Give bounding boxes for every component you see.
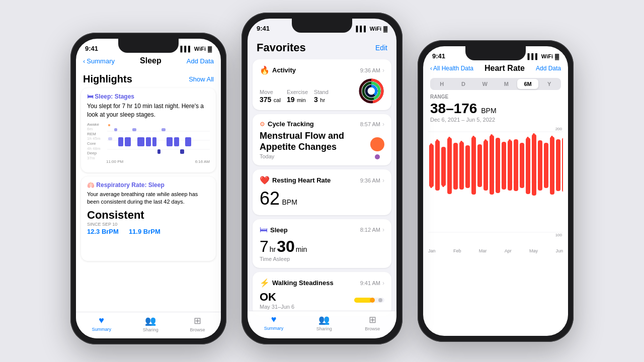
sleep-stages-card[interactable]: 🛏 Sleep: Stages You slept for 7 hr 10 mi… (81, 88, 216, 172)
walking-card[interactable]: ⚡ Walking Steadiness 9:41 AM › OK May 31… (253, 272, 391, 316)
svg-rect-38 (447, 138, 452, 194)
svg-point-64 (551, 136, 553, 138)
svg-point-37 (442, 185, 444, 187)
activity-rings (358, 78, 384, 104)
svg-rect-31 (429, 144, 434, 187)
cycle-title-row: ⚙ Cycle Tracking (260, 120, 314, 128)
phone-hr-screen: 9:41 ▌▌▌ WiFi ▓ ‹ All Health Data Heart … (423, 46, 568, 336)
wifi-icon: WiFi (194, 46, 206, 52)
stand-stat: Stand 3 hr (314, 89, 329, 104)
tab-summary-2[interactable]: ♥ Summary (264, 314, 284, 331)
tab-sharing-1[interactable]: 👥 Sharing (143, 315, 158, 332)
svg-rect-49 (490, 135, 494, 195)
cycle-main-text-1: Menstrual Flow and (260, 131, 344, 142)
hr-chart: 200 100 (428, 127, 563, 247)
move-val: 375 cal (260, 95, 281, 104)
svg-rect-4 (114, 128, 117, 131)
tab-D[interactable]: D (453, 79, 474, 89)
notch-3 (465, 46, 526, 60)
exercise-unit: min (297, 97, 306, 103)
hr-nav-back[interactable]: ‹ All Health Data (430, 65, 473, 72)
resp-val-1: 12.3 BrPM (87, 228, 119, 235)
walking-progress-container (354, 295, 384, 306)
cycle-content: Menstrual Flow and Appetite Changes Toda… (260, 131, 384, 159)
x-label-jan: Jan (428, 248, 436, 253)
heart-icon-fav: ❤️ (260, 175, 270, 185)
cycle-sub-text: Today (260, 153, 344, 159)
svg-point-48 (485, 139, 487, 141)
heart-icon-tab: ♥ (99, 315, 104, 326)
sleep-chart-svg (107, 122, 210, 158)
y-label-200: 200 (555, 127, 562, 131)
lungs-icon: 🫁 (87, 182, 96, 189)
svg-point-54 (509, 139, 511, 141)
tab-browse-1[interactable]: ⊞ Browse (190, 315, 205, 332)
svg-point-60 (533, 133, 535, 135)
sleep-fav-label: Sleep (270, 226, 288, 234)
hr-add-data[interactable]: Add Data (536, 65, 561, 72)
chevron-right-sleep: › (382, 226, 384, 233)
signal-icon-2: ▌▌▌ (356, 26, 367, 32)
hr-chart-svg (428, 127, 563, 237)
tab-Y[interactable]: Y (538, 79, 560, 89)
heart-rate-card[interactable]: ❤️ Resting Heart Rate 9:36 AM › 62 BPM (253, 169, 391, 215)
signal-icon-3: ▌▌▌ (527, 53, 539, 59)
svg-point-42 (460, 141, 462, 143)
sleep-fav-header: 🛏 Sleep 8:12 AM › (260, 225, 384, 234)
sleep-fav-time: 8:12 AM (360, 227, 380, 233)
tab-W[interactable]: W (474, 79, 496, 89)
walking-content: OK May 31–Jun 6 (260, 291, 384, 310)
sleep-hr-unit: hr (270, 245, 276, 253)
tab-browse-label-1: Browse (190, 327, 205, 332)
svg-rect-8 (137, 137, 144, 146)
sleep-time-end: 6:16 AM (195, 159, 210, 164)
svg-rect-25 (354, 298, 372, 303)
show-all-button[interactable]: Show All (189, 75, 214, 83)
date-range: Dec 6, 2021 – Jun 5, 2022 (430, 117, 561, 123)
tab-sharing-2[interactable]: 👥 Sharing (316, 314, 332, 331)
signal-icon: ▌▌▌ (180, 46, 192, 52)
exercise-label: Exercise (287, 89, 308, 95)
walking-label: Walking Steadiness (272, 279, 334, 287)
wifi-icon-2: WiFi (370, 26, 381, 32)
activity-content: Move 375 cal Exercise 19 min (260, 78, 384, 104)
respiratory-card[interactable]: 🫁 Respiratory Rate: Sleep Your average b… (81, 176, 216, 261)
awake-label: Awake6m (87, 122, 101, 132)
bed-icon: 🛏 (87, 93, 95, 100)
resp-val-2: 11.9 BrPM (129, 228, 160, 235)
sleep-min-unit: min (296, 245, 307, 253)
edit-button[interactable]: Edit (375, 44, 387, 52)
activity-label: Activity (272, 66, 296, 74)
chevron-right-hr: › (382, 177, 384, 184)
activity-title-row: 🔥 Activity (260, 65, 296, 75)
add-data-button-1[interactable]: Add Data (187, 57, 214, 65)
svg-point-33 (430, 186, 432, 188)
sleep-icon-fav: 🛏 (260, 225, 268, 234)
svg-point-39 (448, 137, 450, 139)
phone-favorites-screen: 9:41 ▌▌▌ WiFi ▓ Favorites Edit 🔥 Activit… (248, 19, 396, 338)
tab-summary-1[interactable]: ♥ Summary (92, 315, 111, 332)
tab-M[interactable]: M (496, 79, 517, 89)
svg-rect-6 (125, 137, 131, 146)
chevron-left-hr: ‹ (430, 65, 432, 72)
tab-browse-2[interactable]: ⊞ Browse (365, 314, 380, 331)
cycle-tracking-card[interactable]: ⚙ Cycle Tracking 8:57 AM › Menstrual Flo… (253, 114, 391, 165)
activity-card[interactable]: 🔥 Activity 9:36 AM › Move 375 cal (253, 59, 391, 110)
status-time-3: 9:41 (432, 52, 445, 60)
nav-back-1[interactable]: ‹ Summary (83, 57, 115, 65)
svg-rect-57 (526, 138, 530, 194)
tab-bar-1: ♥ Summary 👥 Sharing ⊞ Browse (76, 312, 221, 338)
sleep-card-fav[interactable]: 🛏 Sleep 8:12 AM › 7 hr 30 min Time Aslee… (253, 219, 391, 268)
resp-since: SINCE SEP 10 (87, 222, 210, 227)
walking-time-row: 9:41 AM › (360, 280, 384, 287)
tab-6M[interactable]: 6M (517, 79, 539, 89)
tab-H[interactable]: H (431, 79, 453, 89)
sleep-axis: 11:00 PM 6:16 AM (106, 159, 210, 164)
sleep-fav-title-row: 🛏 Sleep (260, 225, 288, 234)
tab-sharing-label-1: Sharing (143, 327, 158, 332)
resp-values: 12.3 BrPM 11.9 BrPM (87, 228, 210, 235)
activity-card-header: 🔥 Activity 9:36 AM › (260, 65, 384, 75)
hr-nav: ‹ All Health Data Heart Rate Add Data (423, 62, 568, 76)
x-label-mar: Mar (479, 248, 487, 253)
svg-rect-43 (465, 145, 470, 188)
